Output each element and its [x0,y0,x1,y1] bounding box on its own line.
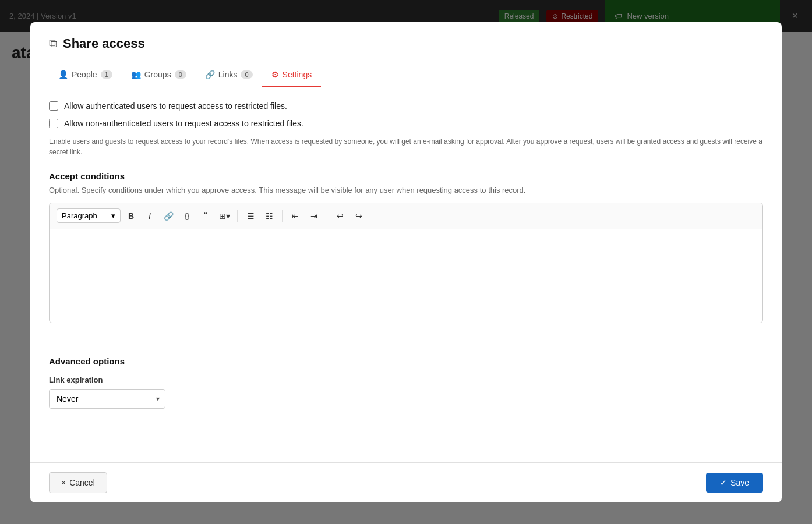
advanced-divider [49,342,763,342]
checkbox-authenticated-label: Allow authenticated users to request acc… [64,101,287,111]
share-icon: ⧉ [49,37,57,50]
checkbox-non-authenticated[interactable] [49,119,58,128]
quote-button[interactable]: “ [197,208,214,224]
modal-overlay: ⧉ Share access 👤 People 1 👥 Groups 0 🔗 L… [0,0,812,524]
access-description: Enable users and guests to request acces… [49,136,763,157]
format-chevron-icon: ▾ [111,211,115,220]
modal-footer: × Cancel ✓ Save [30,462,782,502]
link-expiration-select[interactable]: Never 1 day 7 days 30 days 90 days [49,389,165,409]
checkbox-non-authenticated-label: Allow non-authenticated users to request… [64,119,303,128]
cancel-label: Cancel [69,478,95,487]
checkbox-authenticated[interactable] [49,101,58,111]
bold-button[interactable]: B [123,208,139,224]
link-expiration-select-wrapper: Never 1 day 7 days 30 days 90 days ▾ [49,389,165,409]
share-access-modal: ⧉ Share access 👤 People 1 👥 Groups 0 🔗 L… [30,22,782,502]
cancel-button[interactable]: × Cancel [49,472,107,493]
accept-conditions-desc: Optional. Specify conditions under which… [49,186,763,194]
settings-tab-icon: ⚙ [271,70,279,79]
tabs-bar: 👤 People 1 👥 Groups 0 🔗 Links 0 ⚙ Settin… [30,63,782,87]
bullet-list-button[interactable]: ☰ [242,208,259,224]
accept-conditions-title: Accept conditions [49,171,763,181]
save-button[interactable]: ✓ Save [706,473,763,493]
redo-button[interactable]: ↪ [351,208,367,224]
tab-links[interactable]: 🔗 Links 0 [196,63,262,87]
undo-button[interactable]: ↩ [332,208,348,224]
format-label: Paragraph [62,211,97,220]
tab-groups[interactable]: 👥 Groups 0 [122,63,196,87]
settings-tab-label: Settings [283,70,312,79]
links-tab-badge: 0 [241,70,252,79]
advanced-options-title: Advanced options [49,356,763,366]
save-icon: ✓ [720,478,727,487]
toolbar-divider-3 [327,210,327,222]
modal-body: Allow authenticated users to request acc… [30,87,782,427]
groups-tab-badge: 0 [175,70,186,79]
italic-button[interactable]: I [142,208,158,224]
people-tab-label: People [72,70,97,79]
ordered-list-button[interactable]: ☷ [261,208,277,224]
checkbox-row-2: Allow non-authenticated users to request… [49,119,763,128]
editor-content-area[interactable] [50,229,762,323]
toolbar-divider-2 [282,210,283,222]
save-label: Save [730,478,749,487]
modal-title: Share access [63,36,145,51]
modal-header: ⧉ Share access [30,22,782,51]
checkbox-row-1: Allow authenticated users to request acc… [49,101,763,111]
format-select[interactable]: Paragraph ▾ [57,208,121,223]
table-button[interactable]: ⊞▾ [216,208,232,224]
groups-tab-label: Groups [144,70,171,79]
groups-tab-icon: 👥 [131,70,141,79]
code-button[interactable]: {} [179,208,195,224]
people-tab-badge: 1 [101,70,112,79]
links-tab-icon: 🔗 [205,70,215,79]
tab-people[interactable]: 👤 People 1 [49,63,122,87]
rich-text-editor: Paragraph ▾ B I 🔗 {} “ ⊞▾ [49,203,763,323]
tab-settings[interactable]: ⚙ Settings [262,63,322,87]
outdent-button[interactable]: ⇤ [287,208,303,224]
people-tab-icon: 👤 [58,70,68,79]
link-button[interactable]: 🔗 [160,208,176,224]
link-expiration-field: Link expiration Never 1 day 7 days 30 da… [49,376,763,409]
toolbar-divider-1 [237,210,238,222]
links-tab-label: Links [218,70,238,79]
indent-button[interactable]: ⇥ [306,208,322,224]
link-expiration-label: Link expiration [49,376,763,384]
cancel-icon: × [61,478,66,487]
editor-toolbar: Paragraph ▾ B I 🔗 {} “ ⊞▾ [50,203,762,229]
